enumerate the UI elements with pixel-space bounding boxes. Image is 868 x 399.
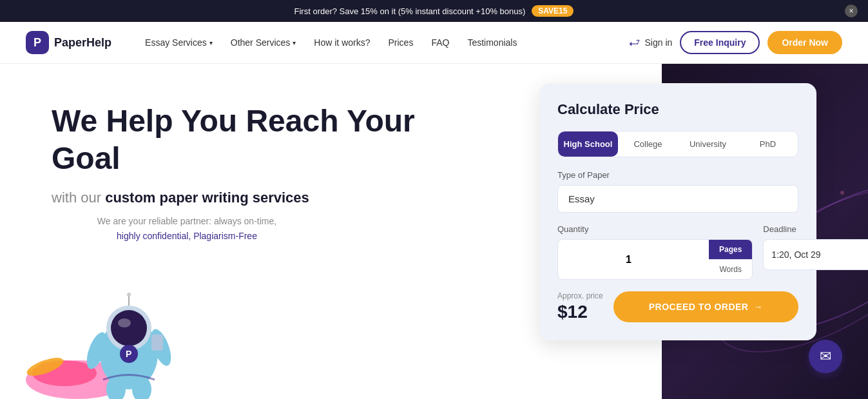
nav: Essay Services ▾ Other Services ▾ How it… (137, 32, 622, 53)
svg-point-13 (111, 310, 147, 346)
deadline-label: Deadline (763, 224, 868, 234)
header-actions: ⮐ Sign in Free Inquiry Order Now (629, 31, 842, 54)
other-services-arrow-icon: ▾ (293, 39, 296, 46)
svg-rect-21 (151, 335, 163, 351)
nav-how-it-works[interactable]: How it works? (306, 32, 378, 53)
svg-point-14 (118, 318, 131, 327)
qty-toggle: Pages Words (709, 240, 752, 279)
header: P PaperHelp Essay Services ▾ Other Servi… (0, 22, 868, 64)
logo[interactable]: P PaperHelp (26, 31, 111, 54)
hero-desc: We are your reliable partner: always on-… (52, 214, 322, 243)
pages-button[interactable]: Pages (709, 240, 752, 259)
sign-in-icon: ⮐ (629, 36, 641, 50)
level-tab-college[interactable]: College (618, 131, 678, 157)
deadline-control (763, 239, 868, 270)
level-tab-phd[interactable]: PhD (738, 131, 798, 157)
deadline-section: Deadline (763, 224, 868, 280)
price-row: Approx. price $12 PROCEED TO ORDER → (557, 291, 798, 322)
save-badge: SAVE15 (532, 5, 574, 17)
proceed-to-order-button[interactable]: PROCEED TO ORDER → (613, 291, 798, 322)
words-button[interactable]: Words (709, 259, 752, 279)
quantity-input[interactable] (558, 246, 709, 273)
sign-in-button[interactable]: ⮐ Sign in (629, 36, 672, 50)
svg-text:P: P (126, 349, 131, 359)
quantity-section: Quantity Pages Words (557, 224, 753, 280)
order-now-button[interactable]: Order Now (767, 31, 842, 54)
calculator-title: Calculate Price (557, 101, 798, 118)
qty-deadline-row: Quantity Pages Words Deadline (557, 224, 798, 280)
free-inquiry-button[interactable]: Free Inquiry (680, 31, 760, 54)
quantity-label: Quantity (557, 224, 753, 234)
astronaut-illustration: P (26, 270, 219, 399)
approx-label: Approx. price (557, 291, 603, 300)
banner-close-button[interactable]: × (845, 5, 858, 17)
calculator-card: Calculate Price High School College Univ… (539, 83, 816, 340)
nav-other-services[interactable]: Other Services ▾ (223, 32, 304, 53)
nav-prices[interactable]: Prices (380, 32, 421, 53)
paper-type-label: Type of Paper (557, 170, 798, 180)
svg-point-23 (127, 293, 131, 297)
level-tabs: High School College University PhD (557, 131, 798, 157)
main: We Help You Reach Your Goal with our cus… (0, 64, 868, 399)
level-tab-high-school[interactable]: High School (558, 131, 618, 157)
essay-services-arrow-icon: ▾ (209, 39, 213, 46)
price-value: $12 (557, 302, 603, 322)
logo-icon: P (26, 31, 49, 54)
nav-essay-services[interactable]: Essay Services ▾ (137, 32, 220, 53)
paper-type-select[interactable]: Essay (557, 185, 798, 213)
deadline-input[interactable] (764, 242, 868, 268)
message-bubble[interactable]: ✉ (809, 340, 842, 373)
price-section: Approx. price $12 (557, 291, 603, 322)
logo-text: PaperHelp (54, 36, 111, 50)
nav-faq[interactable]: FAQ (423, 32, 457, 53)
top-banner: First order? Save 15% on it (5% instant … (0, 0, 868, 22)
level-tab-university[interactable]: University (678, 131, 738, 157)
nav-testimonials[interactable]: Testimonials (459, 32, 525, 53)
quantity-controls: Pages Words (557, 239, 753, 280)
banner-text: First order? Save 15% on it (5% instant … (294, 6, 526, 16)
